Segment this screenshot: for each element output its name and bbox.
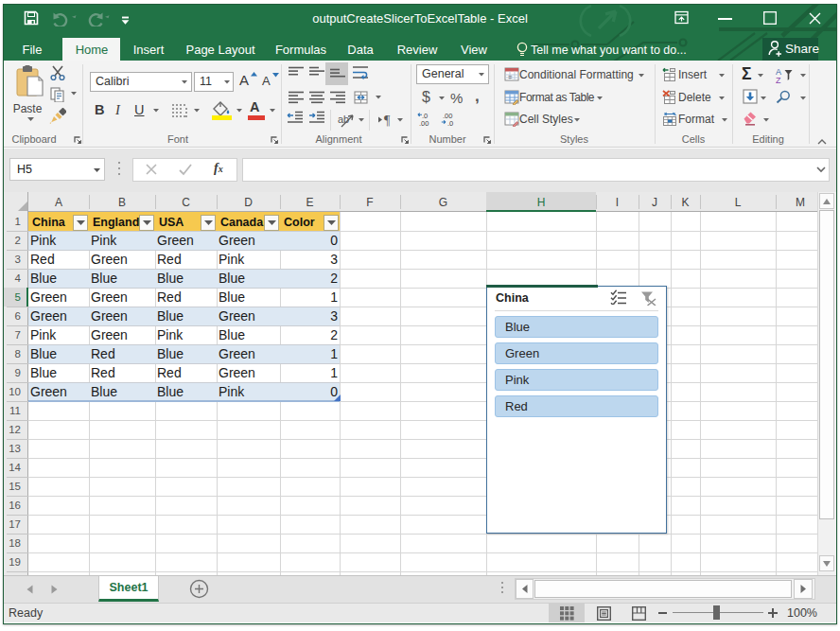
- svg-text:.0: .0: [447, 119, 453, 127]
- svg-text:Z: Z: [776, 76, 781, 84]
- svg-text:.00: .00: [419, 119, 429, 127]
- svg-text:=: =: [508, 73, 513, 81]
- svg-text:ab: ab: [338, 114, 349, 125]
- svg-text:¶: ¶: [384, 114, 391, 127]
